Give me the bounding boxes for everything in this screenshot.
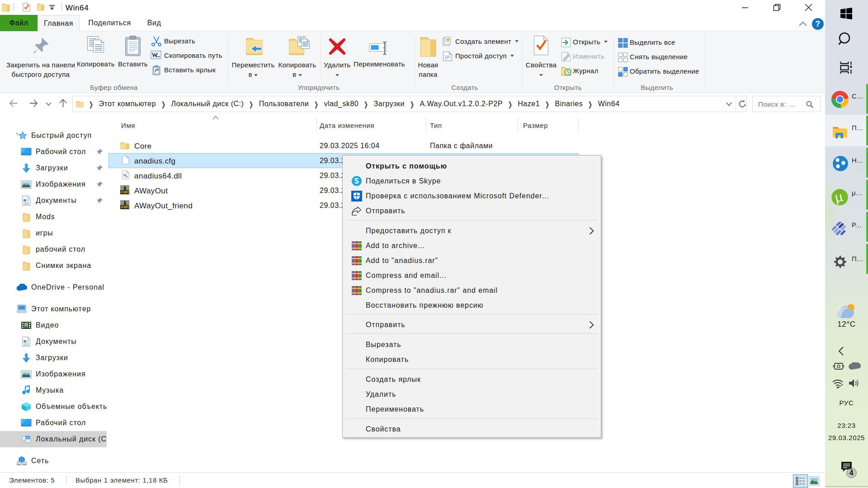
svg-text:AWD: AWD — [121, 205, 129, 209]
svg-text:AWD: AWD — [121, 190, 129, 194]
